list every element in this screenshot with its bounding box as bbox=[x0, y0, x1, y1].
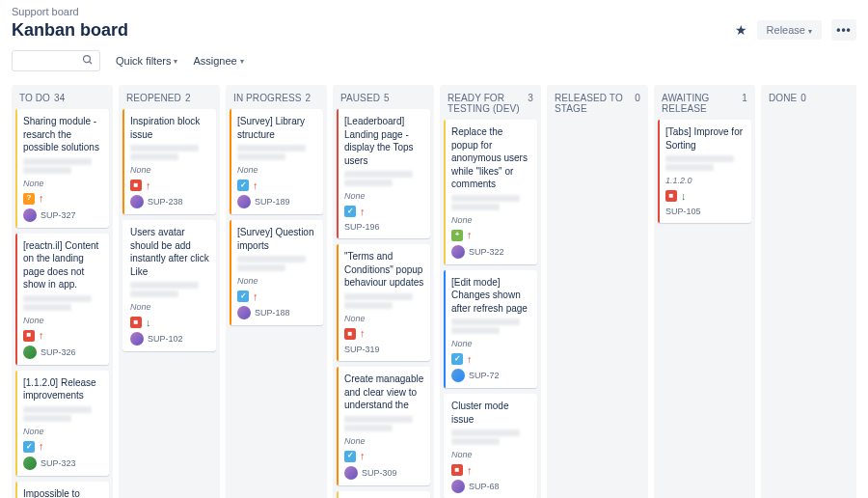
issue-type-icon: ✓ bbox=[23, 441, 35, 453]
column-count: 0 bbox=[800, 93, 806, 103]
kanban-column: TO DO 34Sharing module - resarch the pos… bbox=[12, 85, 113, 498]
priority-icon: ↑ bbox=[360, 328, 366, 339]
card-title: "Terms and Conditions" popup behaviour u… bbox=[344, 250, 424, 290]
card-version: None bbox=[23, 426, 103, 437]
card-version: None bbox=[237, 275, 317, 287]
column-name: RELEASED TO STAGE bbox=[555, 93, 631, 114]
quick-filters-dropdown[interactable]: Quick filters▾ bbox=[116, 55, 177, 67]
issue-type-icon: ✓ bbox=[237, 180, 249, 191]
kanban-card[interactable]: Inspiration block issueNone■↑SUP-238 bbox=[122, 109, 216, 214]
kanban-card[interactable]: Create managable and clear view to under… bbox=[337, 367, 430, 485]
card-version: None bbox=[344, 190, 424, 202]
avatar bbox=[130, 195, 144, 208]
kanban-card[interactable]: [Leaderboard] Landing page - display the… bbox=[337, 109, 430, 238]
priority-icon: ↓ bbox=[681, 191, 687, 202]
avatar bbox=[237, 306, 251, 319]
column-header: RELEASED TO STAGE 0 bbox=[551, 91, 644, 120]
priority-icon: ↑ bbox=[39, 193, 44, 204]
priority-icon: ↑ bbox=[467, 354, 473, 365]
issue-key[interactable]: SUP-322 bbox=[469, 246, 504, 258]
issue-key[interactable]: SUP-326 bbox=[41, 346, 76, 358]
card-title: Replace the popup for anonymous users wh… bbox=[451, 125, 531, 191]
issue-type-icon: ■ bbox=[23, 330, 35, 342]
issue-key[interactable]: SUP-323 bbox=[41, 457, 76, 469]
priority-icon: ↑ bbox=[146, 180, 151, 191]
issue-key[interactable]: SUP-189 bbox=[255, 196, 290, 208]
search-input[interactable] bbox=[18, 55, 82, 67]
release-button[interactable]: Release ▾ bbox=[757, 20, 822, 40]
column-header: TO DO 34 bbox=[15, 91, 109, 109]
avatar bbox=[23, 456, 37, 470]
search-icon bbox=[82, 54, 94, 69]
column-count: 5 bbox=[384, 93, 390, 103]
issue-key[interactable]: SUP-105 bbox=[665, 206, 701, 217]
issue-key[interactable]: SUP-319 bbox=[344, 344, 380, 355]
issue-key[interactable]: SUP-72 bbox=[469, 370, 500, 381]
issue-key[interactable]: SUP-68 bbox=[469, 481, 500, 492]
column-name: PAUSED bbox=[340, 93, 380, 103]
issue-key[interactable]: SUP-188 bbox=[255, 307, 290, 318]
issue-type-icon: ✓ bbox=[344, 206, 356, 217]
card-version: None bbox=[237, 164, 317, 176]
card-title: Create managable and clear view to under… bbox=[344, 373, 424, 412]
card-version: None bbox=[130, 164, 210, 176]
kanban-card[interactable]: Cluster mode issueNone■↑SUP-68 bbox=[444, 394, 537, 498]
priority-icon: ↑ bbox=[467, 230, 473, 240]
star-icon[interactable]: ★ bbox=[735, 22, 747, 38]
card-version: None bbox=[451, 449, 531, 460]
column-name: REOPENED bbox=[126, 93, 181, 103]
issue-type-icon: ■ bbox=[130, 180, 142, 191]
issue-key[interactable]: SUP-238 bbox=[148, 196, 183, 208]
issue-type-icon: + bbox=[451, 230, 463, 241]
card-version: None bbox=[23, 178, 103, 189]
issue-key[interactable]: SUP-102 bbox=[148, 333, 183, 345]
svg-point-0 bbox=[84, 55, 91, 62]
avatar bbox=[23, 346, 37, 359]
kanban-card[interactable]: Sharing module - resarch the possible so… bbox=[15, 109, 109, 228]
kanban-card[interactable]: Impossible to delete tag in the long tag… bbox=[15, 482, 109, 498]
card-title: Inspiration block issue bbox=[130, 115, 210, 141]
kanban-card[interactable]: [Tabs] Improve for Sorting1.1.2.0■↓SUP-1… bbox=[658, 120, 751, 223]
kanban-card[interactable]: Replace the popup for anonymous users wh… bbox=[444, 120, 537, 264]
card-version: None bbox=[451, 338, 531, 349]
column-header: AWAITING RELEASE 1 bbox=[658, 91, 751, 120]
kanban-column: AWAITING RELEASE 1[Tabs] Improve for Sor… bbox=[654, 85, 755, 498]
breadcrumb[interactable]: Support board bbox=[12, 6, 856, 17]
issue-type-icon: ■ bbox=[665, 190, 677, 202]
search-input-wrapper[interactable] bbox=[12, 50, 100, 71]
column-name: READY FOR TESTING (DEV) bbox=[448, 93, 524, 114]
kanban-card[interactable]: [app/14/09] Long time loading paper bin … bbox=[337, 491, 430, 498]
chevron-down-icon: ▾ bbox=[174, 57, 177, 66]
avatar bbox=[130, 332, 144, 346]
more-button[interactable]: ••• bbox=[831, 19, 856, 41]
card-version: None bbox=[451, 214, 531, 226]
card-title: [Survey] Library structure bbox=[237, 115, 317, 141]
assignee-dropdown[interactable]: Assignee▾ bbox=[193, 55, 243, 67]
kanban-column: PAUSED 5[Leaderboard] Landing page - dis… bbox=[333, 85, 434, 498]
issue-type-icon: ✓ bbox=[451, 353, 463, 365]
card-version: None bbox=[23, 315, 103, 326]
kanban-card[interactable]: [Survey] Question importsNone✓↑SUP-188 bbox=[230, 220, 323, 325]
column-header: READY FOR TESTING (DEV) 3 bbox=[444, 91, 537, 120]
column-count: 1 bbox=[742, 93, 747, 114]
column-header: REOPENED 2 bbox=[122, 91, 216, 109]
kanban-card[interactable]: [Edit mode] Changes shown after refresh … bbox=[444, 270, 537, 389]
kanban-card[interactable]: [reactn.il] Content on the landing page … bbox=[15, 234, 109, 365]
kanban-board: TO DO 34Sharing module - resarch the pos… bbox=[12, 85, 856, 498]
page-title: Kanban board bbox=[12, 20, 128, 41]
card-title: [Edit mode] Changes shown after refresh … bbox=[451, 276, 531, 316]
kanban-card[interactable]: Users avatar should be add instantly aft… bbox=[122, 220, 216, 351]
card-title: [Survey] Question imports bbox=[237, 226, 317, 252]
column-name: AWAITING RELEASE bbox=[662, 93, 738, 114]
issue-type-icon: ■ bbox=[130, 317, 142, 328]
issue-key[interactable]: SUP-309 bbox=[362, 467, 397, 479]
kanban-card[interactable]: [1.1.2.0] Release improvementsNone✓↑SUP-… bbox=[15, 371, 109, 476]
kanban-card[interactable]: "Terms and Conditions" popup behaviour u… bbox=[337, 244, 430, 361]
avatar bbox=[23, 208, 37, 222]
card-title: Impossible to delete tag in the long tag… bbox=[23, 487, 103, 498]
issue-key[interactable]: SUP-196 bbox=[344, 221, 380, 233]
kanban-card[interactable]: [Survey] Library structureNone✓↑SUP-189 bbox=[230, 109, 323, 214]
issue-type-icon: ? bbox=[23, 193, 35, 205]
issue-key[interactable]: SUP-327 bbox=[41, 209, 76, 221]
column-count: 34 bbox=[54, 93, 65, 103]
